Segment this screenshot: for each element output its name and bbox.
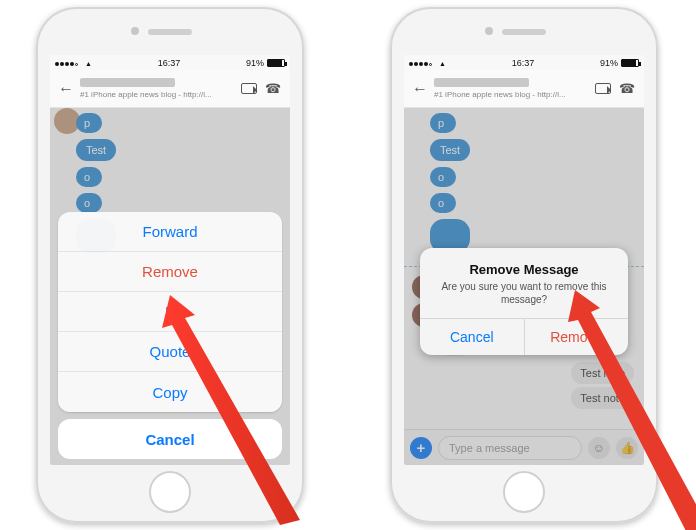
remove-confirm-alert: Remove Message Are you sure you want to … — [420, 248, 628, 355]
video-call-icon[interactable] — [240, 80, 258, 98]
alert-cancel-button[interactable]: Cancel — [420, 319, 525, 355]
chat-title-redacted — [434, 78, 529, 87]
battery-percent: 91% — [246, 58, 264, 68]
action-cancel[interactable]: Cancel — [58, 419, 282, 459]
screen-left: 16:37 91% ← #1 iPhone apple news blog - … — [50, 55, 290, 465]
alert-message: Are you sure you want to remove this mes… — [432, 280, 616, 306]
status-time: 16:37 — [512, 58, 535, 68]
battery-percent: 91% — [600, 58, 618, 68]
chat-title-redacted — [80, 78, 175, 87]
action-quote[interactable]: Quote — [58, 332, 282, 372]
chat-area: p Test o o Forward Remove E Quote Copy — [50, 108, 290, 465]
voice-call-icon[interactable] — [264, 80, 282, 98]
chat-subtitle: #1 iPhone apple news blog - http://i... — [80, 90, 234, 99]
front-camera — [485, 27, 493, 35]
signal-dots-icon — [55, 58, 79, 68]
chat-area: p Test o o 2:53 PM — [404, 108, 644, 465]
alert-remove-button[interactable]: Remove — [525, 319, 629, 355]
action-edit[interactable]: E — [58, 292, 282, 332]
chat-subtitle: #1 iPhone apple news blog - http://i... — [434, 90, 588, 99]
video-call-icon[interactable] — [594, 80, 612, 98]
battery-icon — [267, 59, 285, 67]
signal-dots-icon — [409, 58, 433, 68]
status-bar: 16:37 91% — [404, 55, 644, 70]
wifi-icon — [85, 58, 92, 68]
chat-header: ← #1 iPhone apple news blog - http://i..… — [50, 70, 290, 108]
back-icon[interactable]: ← — [58, 80, 74, 98]
home-button[interactable] — [149, 471, 191, 513]
phone-left: 16:37 91% ← #1 iPhone apple news blog - … — [36, 7, 304, 523]
action-copy[interactable]: Copy — [58, 372, 282, 412]
front-camera — [131, 27, 139, 35]
status-bar: 16:37 91% — [50, 55, 290, 70]
alert-title: Remove Message — [432, 262, 616, 277]
speaker — [502, 29, 546, 35]
screen-right: 16:37 91% ← #1 iPhone apple news blog - … — [404, 55, 644, 465]
action-remove[interactable]: Remove — [58, 252, 282, 292]
chat-header: ← #1 iPhone apple news blog - http://i..… — [404, 70, 644, 108]
phone-right: 16:37 91% ← #1 iPhone apple news blog - … — [390, 7, 658, 523]
action-forward[interactable]: Forward — [58, 212, 282, 252]
home-button[interactable] — [503, 471, 545, 513]
speaker — [148, 29, 192, 35]
status-time: 16:37 — [158, 58, 181, 68]
back-icon[interactable]: ← — [412, 80, 428, 98]
voice-call-icon[interactable] — [618, 80, 636, 98]
battery-icon — [621, 59, 639, 67]
action-sheet: Forward Remove E Quote Copy Cancel — [58, 212, 282, 459]
wifi-icon — [439, 58, 446, 68]
